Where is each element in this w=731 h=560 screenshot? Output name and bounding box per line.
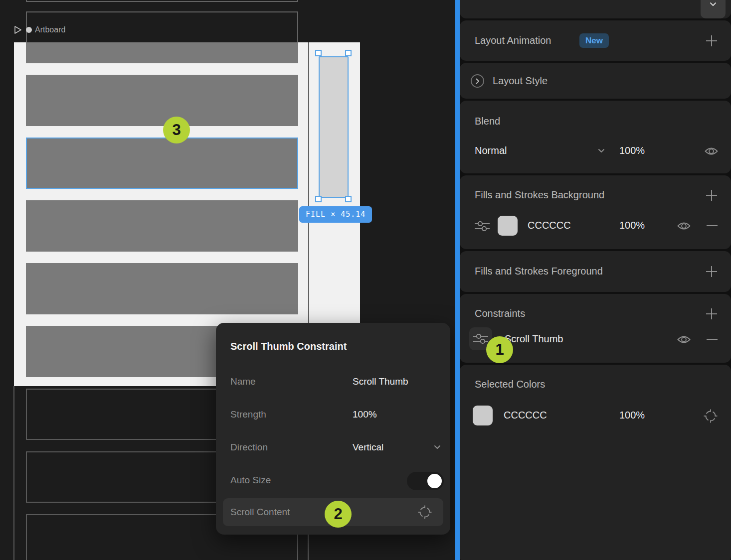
new-badge: New [579, 33, 609, 48]
blend-opacity[interactable]: 100% [619, 145, 645, 156]
eye-icon[interactable] [677, 221, 691, 231]
expand-circle-icon[interactable] [471, 74, 484, 88]
collapse-button[interactable] [701, 0, 726, 18]
artboard-dot-icon [26, 27, 32, 33]
section-title: Selected Colors [475, 379, 545, 390]
list-item[interactable] [26, 200, 298, 252]
constraint-item-name[interactable]: Scroll Thumb [505, 333, 563, 345]
artboard-edge-line-left [13, 386, 14, 560]
scroll-thumb-constraint-popup: Scroll Thumb Constraint Name Scroll Thum… [216, 323, 450, 535]
direction-select[interactable]: Vertical [353, 442, 383, 453]
add-icon[interactable] [705, 307, 718, 320]
section-selected-colors: Selected Colors CCCCCC 100% [460, 365, 731, 560]
inspector-panel: Layout Animation New Layout Style Blend … [460, 0, 731, 560]
strength-label: Strength [230, 409, 266, 420]
fill-color-value[interactable]: CCCCCC [528, 220, 571, 231]
section-fills-background: Fills and Strokes Background CCCCCC 100% [460, 175, 731, 249]
chevron-down-icon [710, 2, 717, 6]
target-picker-icon[interactable] [703, 409, 718, 423]
add-icon[interactable] [705, 189, 718, 202]
strength-value[interactable]: 100% [353, 409, 377, 420]
list-item[interactable] [26, 263, 298, 314]
name-label: Name [230, 376, 256, 387]
section-title: Layout Animation [475, 35, 551, 46]
selected-color-value[interactable]: CCCCCC [504, 410, 547, 421]
annotation-badge-2: 2 [325, 501, 352, 528]
auto-size-label: Auto Size [230, 475, 271, 486]
chevron-right-icon [476, 78, 480, 84]
selection-handle-top-right[interactable] [345, 50, 352, 56]
direction-label: Direction [230, 442, 268, 453]
section-title: Blend [475, 116, 500, 127]
auto-size-toggle[interactable] [407, 472, 444, 490]
target-picker-icon[interactable] [417, 505, 432, 520]
expand-triangle-icon[interactable] [13, 25, 22, 35]
section-layout-animation: Layout Animation New [460, 20, 731, 61]
list-item-outline-offscreen-top[interactable] [26, 0, 298, 2]
list-item[interactable] [26, 42, 298, 63]
remove-icon[interactable] [707, 339, 718, 340]
eye-icon[interactable] [677, 335, 691, 344]
section-layout-style[interactable]: Layout Style [460, 63, 731, 99]
add-icon[interactable] [705, 265, 718, 278]
scroll-thumb[interactable] [319, 56, 349, 198]
toggle-knob [427, 474, 442, 488]
selection-handle-bottom-left[interactable] [315, 196, 322, 202]
remove-icon[interactable] [707, 225, 718, 226]
panel-resize-divider[interactable] [455, 0, 460, 560]
artboard-title[interactable]: Artboard [35, 25, 65, 35]
color-swatch[interactable] [473, 406, 493, 425]
annotation-badge-1: 1 [486, 336, 513, 363]
sliders-icon [473, 333, 488, 345]
canvas[interactable]: Artboard FILL × 45.14 3 Scroll Thu [0, 0, 455, 560]
popup-title: Scroll Thumb Constraint [230, 341, 347, 352]
fill-opacity[interactable]: 100% [619, 220, 645, 231]
section-title: Fills and Strokes Foreground [475, 266, 603, 277]
selection-handle-bottom-right[interactable] [345, 196, 352, 202]
section-fills-foreground: Fills and Strokes Foreground [460, 251, 731, 292]
list-item-selected[interactable] [26, 138, 298, 189]
section-title: Constraints [475, 308, 525, 319]
selection-handle-top-left[interactable] [315, 50, 322, 56]
section-blend: Blend Normal 100% [460, 101, 731, 173]
app-window: Artboard FILL × 45.14 3 Scroll Thu [0, 0, 731, 560]
section-title: Layout Style [493, 75, 548, 87]
card-clipped-top [460, 0, 731, 18]
add-icon[interactable] [705, 34, 718, 47]
color-swatch[interactable] [498, 216, 518, 236]
eye-icon[interactable] [705, 146, 718, 156]
annotation-badge-3: 3 [163, 117, 190, 143]
size-badge: FILL × 45.14 [299, 206, 372, 223]
selected-color-opacity[interactable]: 100% [619, 410, 645, 421]
list-item[interactable] [26, 75, 298, 126]
sliders-icon[interactable] [475, 220, 490, 232]
name-value[interactable]: Scroll Thumb [353, 376, 408, 387]
chevron-down-icon[interactable] [598, 148, 605, 153]
section-title: Fills and Strokes Background [475, 189, 604, 201]
chevron-down-icon[interactable] [434, 445, 441, 449]
blend-mode-select[interactable]: Normal [475, 145, 507, 156]
scroll-content-label: Scroll Content [230, 507, 290, 518]
